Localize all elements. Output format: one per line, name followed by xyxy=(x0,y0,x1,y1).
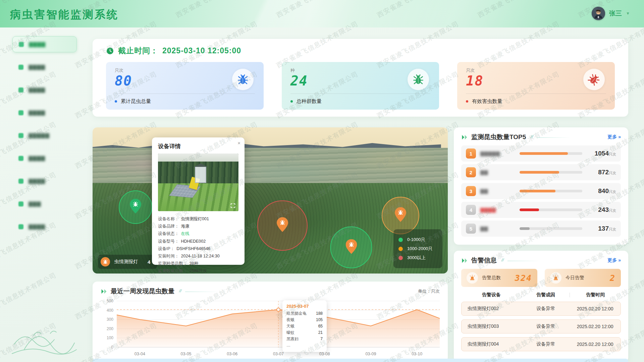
field-label: 设备名称： xyxy=(158,215,179,223)
bar-track xyxy=(520,171,582,174)
popup-field-row: 设备状态： 在线 xyxy=(158,230,238,237)
stats-row: 只次 80 累计昆虫总量 种 24 总种群数量 只次 18 xyxy=(106,62,615,110)
top5-row: 3 ▇▇ 840只次 xyxy=(461,183,621,199)
svg-text:0: 0 xyxy=(111,345,113,350)
sidebar-item[interactable]: ▇▇▇▇▇ xyxy=(12,127,77,143)
svg-text:03-07: 03-07 xyxy=(273,352,284,356)
tooltip-row: 夜蛾 105 xyxy=(286,317,323,323)
sidebar: ▇▇▇▇ ▇▇▇▇ ▇▇▇▇ ▇▇▇▇ ▇▇▇▇▇ ▇▇▇▇ ▇▇▇▇ xyxy=(12,36,77,241)
popup-field-row: 设备IP： DSHFSHF646546 xyxy=(158,245,238,252)
chip-value: 324 xyxy=(515,273,532,283)
footer-strip xyxy=(93,359,628,362)
stat-unit: 只次 xyxy=(115,67,255,73)
stat-card-total-insects: 只次 80 累计昆虫总量 xyxy=(106,62,264,110)
count-value: 1054只次 xyxy=(587,150,616,157)
trap-lamp-device xyxy=(195,166,206,183)
device-pin-icon xyxy=(345,239,357,254)
popup-field-row: 设备名称： 虫情测报灯001 xyxy=(158,215,238,223)
legend-dot xyxy=(398,238,403,242)
alert-cause: 设备异常 xyxy=(522,323,570,329)
satellite-map[interactable]: 虫情测报灯 4 0-1000只 1000-2000只 3000以上 xyxy=(93,127,448,274)
menu-item-icon xyxy=(18,179,23,184)
field-value: HDHEDE002 xyxy=(181,238,206,245)
stat-label: 总种群数量 xyxy=(297,98,322,105)
species-name: 蠓蚊 xyxy=(286,329,294,336)
popup-title: 设备详情 xyxy=(158,142,238,150)
rank-badge: 3 xyxy=(466,186,476,196)
app-title: 病虫害智能监测系统 xyxy=(10,7,119,22)
stat-label-row: 总种群数量 xyxy=(290,98,322,105)
siren-icon xyxy=(467,272,478,284)
species-count: 7 xyxy=(320,336,323,342)
device-chip-count: 4 xyxy=(148,259,150,265)
sidebar-item[interactable]: ▇▇▇▇ xyxy=(12,36,77,52)
top5-rows: 1 ▇▇▇▇▇ 1054只次 2 ▇▇ 872只次 3 ▇▇ xyxy=(461,145,621,237)
legend-row: 0-1000只 xyxy=(398,237,437,243)
user-name: 张三 xyxy=(609,9,622,18)
svg-text:300: 300 xyxy=(107,317,113,322)
device-pin-icon xyxy=(277,217,288,232)
divider xyxy=(115,94,255,94)
top5-row: 2 ▇▇ 872只次 xyxy=(461,164,621,180)
tooltip-row: 黑寡妇 7 xyxy=(286,336,323,342)
bar-fill xyxy=(520,152,568,155)
map-marker[interactable] xyxy=(119,190,152,224)
svg-text:03-06: 03-06 xyxy=(227,352,237,356)
bar-track xyxy=(520,152,582,155)
top5-row: 1 ▇▇▇▇▇ 1054只次 xyxy=(461,145,621,162)
top5-row: 4 ▇▇▇▇ 243只次 xyxy=(461,202,621,218)
field-label: 监测种类总数： xyxy=(158,260,187,267)
field-value: 在线 xyxy=(181,230,190,237)
sidebar-item[interactable]: ▇▇▇▇ xyxy=(12,82,77,98)
top5-header: 监测昆虫数量TOP5 更多 » xyxy=(461,133,621,141)
alert-row: 虫情测报灯003 设备异常 2025.02.20 12:00 xyxy=(461,319,621,334)
species-count: 105 xyxy=(316,317,323,323)
avatar[interactable] xyxy=(592,7,605,20)
bug-icon xyxy=(101,257,110,266)
mosquito-icon xyxy=(583,69,605,90)
field-value: 2024-11-18 12:24:30 xyxy=(181,252,220,260)
map-marker[interactable] xyxy=(382,197,419,234)
map-marker[interactable] xyxy=(257,200,308,251)
stat-label: 累计昆虫总量 xyxy=(121,98,151,105)
user-menu[interactable]: 张三 ▼ xyxy=(592,7,630,20)
sidebar-item[interactable]: ▇▇▇ xyxy=(12,196,77,212)
top5-more-link[interactable]: 更多 » xyxy=(607,134,621,140)
menu-item-icon xyxy=(18,224,23,229)
chart-unit-label: 单位：只次 xyxy=(418,288,440,294)
bar-fill xyxy=(520,171,559,174)
device-pin-icon xyxy=(130,199,141,214)
insect-name: ▇▇▇▇ xyxy=(480,207,515,213)
species-name: 暗黑腮金龟 xyxy=(286,310,307,317)
alerts-more-link[interactable]: 更多 » xyxy=(607,257,621,263)
expand-icon[interactable] xyxy=(230,203,236,208)
map-card: 虫情测报灯 4 0-1000只 1000-2000只 3000以上 xyxy=(93,127,448,274)
device-type-chip[interactable]: 虫情测报灯 4 xyxy=(98,255,157,269)
alert-stat-chip: 今日告警 2 xyxy=(545,269,621,287)
sidebar-item[interactable]: ▇▇▇▇ xyxy=(12,173,77,189)
insect-name: ▇▇▇▇▇ xyxy=(480,151,515,156)
sidebar-item[interactable]: ▇▇▇▇ xyxy=(12,150,77,166)
species-count: 21 xyxy=(318,329,323,336)
tooltip-row: 蠓蚊 21 xyxy=(286,329,323,336)
svg-text:500: 500 xyxy=(107,299,113,303)
area-chart[interactable]: 010020030040050003-0403-0503-0603-0703-0… xyxy=(101,297,440,361)
stat-label-row: 累计昆虫总量 xyxy=(115,98,151,105)
summary-card: 截止时间： 2025-03-10 12:05:00 只次 80 累计昆虫总量 种… xyxy=(93,39,628,117)
map-marker[interactable] xyxy=(330,227,372,268)
deadline-row: 截止时间： 2025-03-10 12:05:00 xyxy=(106,46,615,56)
legend-row: 3000以上 xyxy=(398,255,437,261)
menu-item-icon xyxy=(18,133,23,138)
alert-time: 2025.02.20 12:00 xyxy=(570,342,621,347)
deadline-label: 截止时间： xyxy=(118,46,158,56)
close-icon[interactable]: × xyxy=(237,140,240,146)
top5-title: 监测昆虫数量TOP5 xyxy=(471,133,526,141)
sidebar-item[interactable]: ▇▇▇▇ xyxy=(12,219,77,235)
menu-item-icon xyxy=(18,87,23,93)
svg-text:400: 400 xyxy=(107,308,113,313)
sidebar-item[interactable]: ▇▇▇▇ xyxy=(12,59,77,75)
sidebar-item-label: ▇▇▇ xyxy=(29,201,41,207)
sidebar-item[interactable]: ▇▇▇▇ xyxy=(12,105,77,121)
alert-device: 虫情测报灯003 xyxy=(462,323,522,329)
divider xyxy=(466,94,606,94)
